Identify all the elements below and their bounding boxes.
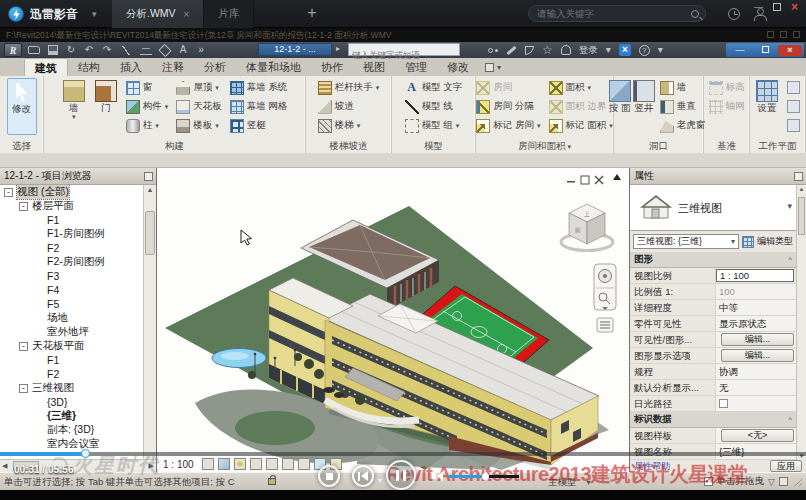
- ribbon-button-curtain-system[interactable]: 幕墙 系统: [227, 78, 291, 97]
- ribbon-tab-协作[interactable]: 协作: [311, 58, 353, 76]
- ribbon-tab-分析[interactable]: 分析: [194, 58, 236, 76]
- ribbon-button-room[interactable]: 房间: [473, 78, 543, 97]
- lock-icon[interactable]: [268, 478, 276, 485]
- ribbon-group-label[interactable]: 房间和面积▾: [476, 139, 613, 152]
- ribbon-button-curtain-grid[interactable]: 幕墙 网格: [227, 97, 291, 116]
- properties-section-header[interactable]: 图形^: [630, 252, 796, 268]
- tree-item[interactable]: -三维视图: [0, 381, 143, 395]
- panel-options-icon[interactable]: [794, 172, 803, 181]
- apply-button[interactable]: 应用: [770, 460, 802, 472]
- crop-region-icon[interactable]: [298, 458, 310, 470]
- doc-next-icon[interactable]: ▸: [336, 44, 340, 53]
- tree-expander-icon[interactable]: -: [19, 202, 28, 211]
- infocenter-search[interactable]: [348, 43, 460, 56]
- ribbon-button-workplane-viewer[interactable]: [784, 97, 803, 116]
- ribbon-button-area-bound[interactable]: 面积 边界: [546, 97, 616, 116]
- tree-item[interactable]: 室内会议室: [0, 437, 143, 451]
- new-tab-button[interactable]: +: [300, 0, 324, 26]
- tree-vertical-scrollbar[interactable]: ▲: [143, 185, 156, 459]
- ribbon-button-grid[interactable]: 轴网: [706, 97, 748, 116]
- ribbon-button-vertical-opening[interactable]: 垂直: [657, 97, 709, 116]
- ribbon-button-roof[interactable]: 屋顶▾: [173, 78, 225, 97]
- edit-button[interactable]: 编辑...: [721, 333, 794, 346]
- tree-item[interactable]: 场地: [0, 311, 143, 325]
- help-icon[interactable]: ?: [639, 45, 650, 56]
- exchange-apps-icon[interactable]: ×: [619, 44, 631, 56]
- ribbon-button-show-workplane[interactable]: [784, 78, 803, 97]
- ribbon-button-dormer[interactable]: 老虎窗: [657, 116, 709, 135]
- properties-scrollbar[interactable]: ▲ ▼: [796, 185, 806, 460]
- more-icon[interactable]: »: [196, 44, 206, 56]
- view-scale[interactable]: 1 : 100: [163, 459, 194, 470]
- ribbon-button-railing[interactable]: 栏杆扶手▾: [315, 78, 383, 97]
- panel-options-icon[interactable]: [144, 172, 153, 181]
- property-value[interactable]: 显示原状态: [716, 316, 796, 331]
- type-dropdown-icon[interactable]: ▾: [787, 201, 792, 211]
- player-search[interactable]: [528, 5, 706, 22]
- viewcube[interactable]: 上 前: [561, 204, 613, 251]
- property-value[interactable]: 编辑...: [716, 332, 796, 347]
- navigation-bar[interactable]: [594, 264, 616, 332]
- ribbon-tab-注释[interactable]: 注释: [152, 58, 194, 76]
- minimize-icon[interactable]: —: [728, 45, 752, 56]
- resize-icon[interactable]: [780, 31, 787, 38]
- view-window-controls[interactable]: [567, 174, 621, 184]
- edit-button[interactable]: <无>: [721, 429, 794, 442]
- ribbon-button-model-line[interactable]: 模型 线: [402, 97, 466, 116]
- maximize-icon[interactable]: [773, 3, 781, 11]
- ribbon-button-room-sep[interactable]: 房间 分隔: [473, 97, 543, 116]
- scroll-up-icon[interactable]: ▲: [797, 186, 806, 192]
- ribbon-button-tag-area[interactable]: 标记 面积▾: [546, 116, 616, 135]
- volume-knob[interactable]: [482, 473, 489, 480]
- ribbon-button-component[interactable]: 构件▾: [123, 97, 172, 116]
- ribbon-tab-结构[interactable]: 结构: [68, 58, 110, 76]
- ribbon-button-wall[interactable]: 墙▾: [59, 78, 89, 135]
- stop-button[interactable]: [318, 465, 340, 487]
- ribbon-tab-视图[interactable]: 视图: [353, 58, 395, 76]
- edit-button[interactable]: 编辑...: [721, 349, 794, 362]
- edit-type-icon[interactable]: [742, 236, 754, 248]
- sun-path-icon[interactable]: [234, 458, 246, 470]
- communication-center-icon[interactable]: [506, 45, 516, 54]
- brand-dropdown-icon[interactable]: ▾: [92, 0, 97, 28]
- drawing-viewport[interactable]: 上 前: [157, 168, 630, 472]
- ribbon-button-cursor[interactable]: 修改: [7, 78, 37, 135]
- favorites-icon[interactable]: ☆: [542, 44, 553, 56]
- shadows-icon[interactable]: [250, 458, 262, 470]
- sign-in-label[interactable]: 登录: [579, 44, 598, 57]
- close-icon[interactable]: ×: [778, 45, 802, 56]
- ribbon-button-mullion[interactable]: 竖梃: [227, 116, 291, 135]
- detail-level-icon[interactable]: [202, 458, 214, 470]
- ribbon-tab-修改[interactable]: 修改: [437, 58, 479, 76]
- property-value[interactable]: 编辑...: [716, 348, 796, 363]
- close-tab-icon[interactable]: ×: [184, 9, 190, 20]
- volume-control[interactable]: [432, 471, 519, 481]
- player-logo-icon[interactable]: [8, 6, 24, 22]
- property-value[interactable]: 100: [716, 284, 796, 299]
- filter-icon[interactable]: ▽: [768, 477, 775, 487]
- seek-knob[interactable]: [81, 449, 90, 458]
- type-preview[interactable]: 三维视图 ▾: [630, 185, 806, 231]
- player-brand[interactable]: 迅雷影音: [30, 0, 78, 28]
- ribbon-button-by-face[interactable]: 按 面: [609, 78, 631, 135]
- property-value[interactable]: [716, 396, 796, 411]
- menu-dropdown-icon[interactable]: ▾: [606, 44, 611, 56]
- scrollbar-thumb[interactable]: [798, 197, 805, 235]
- document-switcher[interactable]: 12-1-2 - ...: [258, 43, 332, 56]
- show-rendering-icon[interactable]: [266, 458, 278, 470]
- ribbon-button-model-group[interactable]: 模型 组▾: [402, 116, 466, 135]
- ribbon-button-door[interactable]: 门: [91, 78, 121, 135]
- open-folder-icon[interactable]: [28, 46, 40, 54]
- ribbon-button-model-text[interactable]: 模型 文字: [402, 78, 466, 97]
- fullscreen-icon[interactable]: [793, 31, 800, 38]
- tree-item[interactable]: F3: [0, 269, 143, 283]
- property-value[interactable]: 1 : 100: [716, 269, 794, 282]
- scrollbar-thumb[interactable]: [145, 211, 155, 255]
- tree-expander-icon[interactable]: -: [19, 384, 28, 393]
- ribbon-button-workplane[interactable]: 设置: [752, 78, 782, 135]
- infocenter-search-input[interactable]: [349, 50, 459, 61]
- search-binoculars-icon[interactable]: [488, 48, 493, 53]
- ribbon-button-stair[interactable]: 楼梯▾: [315, 116, 383, 135]
- tag-by-category-icon[interactable]: [158, 43, 171, 56]
- sign-in-icon[interactable]: [561, 45, 571, 55]
